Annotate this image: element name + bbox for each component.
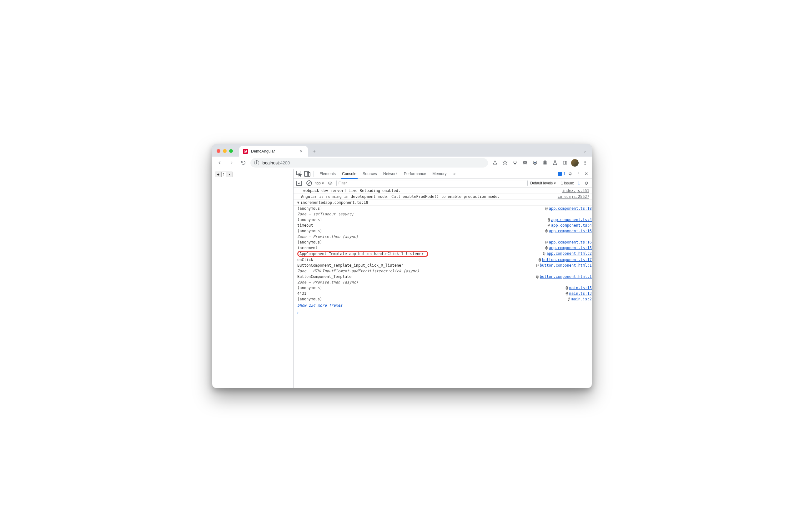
devtools-tab-sources[interactable]: Sources	[360, 169, 380, 178]
browser-tab[interactable]: DemoAngular ×	[239, 146, 308, 157]
log-source-link[interactable]: core.mjs:25627	[558, 194, 589, 199]
stack-frame-fn: ButtonComponent_Template	[297, 274, 354, 279]
trace-header[interactable]: ▼ incremented app.component.ts:18	[293, 200, 592, 206]
browser-window: DemoAngular × + ⌄ i localhost:4200	[212, 144, 592, 388]
browser-menu-icon[interactable]	[580, 158, 589, 168]
extension-skull-icon[interactable]	[511, 158, 519, 168]
stack-frame: timeout@ app.component.ts:4	[297, 223, 592, 228]
stack-frame: (anonymous)@ app.component.ts:18	[297, 206, 592, 211]
profile-avatar[interactable]	[571, 158, 579, 168]
devtools-menu-icon[interactable]	[574, 170, 582, 177]
stack-frame-location[interactable]: main.js:2	[571, 297, 592, 301]
stack-frame-location[interactable]: button.component.html:1	[540, 263, 592, 268]
console-filter-input[interactable]	[336, 180, 528, 186]
stack-frame-location[interactable]: app.component.ts:18	[549, 206, 592, 211]
stack-frame-location[interactable]: main.ts:15	[569, 286, 592, 290]
stack-frame: increment@ app.component.ts:15	[297, 245, 592, 251]
messages-badge[interactable]: 1	[558, 172, 566, 176]
stack-frame-location[interactable]: button.component.ts:17	[542, 258, 592, 262]
stack-frame: Zone — setTimeout (async)	[297, 211, 592, 217]
stack-frame-location[interactable]: app.component.html:2	[547, 251, 592, 256]
svg-point-15	[578, 175, 578, 175]
devtools-tab-memory[interactable]: Memory	[429, 169, 449, 178]
at-symbol: @	[545, 246, 549, 250]
increment-button[interactable]: +	[215, 172, 221, 177]
inspect-element-icon[interactable]	[295, 170, 303, 177]
console-prompt[interactable]: ›	[293, 309, 592, 316]
context-selector[interactable]: top ▾	[315, 181, 324, 185]
at-symbol: @	[568, 297, 571, 301]
stack-frame-location[interactable]: app.component.ts:4	[551, 217, 592, 222]
devtools-tabbar: ElementsConsoleSourcesNetworkPerformance…	[293, 169, 592, 178]
extension-eye-icon[interactable]	[531, 158, 539, 168]
devtools-close-icon[interactable]	[582, 170, 590, 177]
stack-frame: onClick@ button.component.ts:17	[297, 257, 592, 263]
stack-frame-fn: Zone — setTimeout (async)	[297, 212, 356, 216]
disclosure-triangle-icon[interactable]: ▼	[296, 201, 301, 205]
devtools-tab-performance[interactable]: Performance	[401, 169, 429, 178]
clear-console-icon[interactable]	[305, 179, 313, 187]
at-symbol: @	[543, 251, 547, 256]
close-window-icon[interactable]	[217, 149, 221, 153]
stack-frame: (anonymous)@ main.js:2	[297, 296, 592, 302]
extensions-icon[interactable]	[540, 158, 549, 168]
tab-overflow-icon[interactable]: ⌄	[583, 149, 589, 157]
at-symbol: @	[566, 291, 569, 296]
at-symbol: @	[536, 274, 540, 279]
site-info-icon[interactable]: i	[254, 160, 259, 165]
device-toggle-icon[interactable]	[304, 170, 311, 177]
content-area: + 1 - ElementsConsoleSourcesNetworkPerfo…	[212, 169, 592, 388]
at-symbol: @	[548, 217, 551, 222]
stack-frame-location[interactable]: app.component.ts:16	[549, 229, 592, 233]
decrement-button[interactable]: -	[226, 172, 233, 177]
tab-title: DemoAngular	[251, 149, 295, 153]
url-text: localhost:4200	[262, 160, 290, 165]
stack-frame-location[interactable]: app.component.ts:15	[549, 246, 592, 250]
devtools-tabs: ElementsConsoleSourcesNetworkPerformance…	[317, 169, 449, 178]
stack-frame-location[interactable]: app.component.ts:16	[549, 240, 592, 244]
devtools-more-tabs[interactable]: »	[450, 169, 459, 178]
share-icon[interactable]	[491, 158, 499, 168]
stack-frame-location[interactable]: main.ts:13	[569, 291, 592, 296]
at-symbol: @	[545, 240, 549, 244]
live-expression-icon[interactable]	[326, 179, 334, 187]
devtools-settings-icon[interactable]	[566, 170, 574, 177]
stack-frame: (anonymous)@ app.component.ts:16	[297, 228, 592, 234]
stack-frame-location[interactable]: button.component.html:1	[540, 274, 592, 279]
devtools-tab-console[interactable]: Console	[339, 169, 360, 178]
stack-frame-fn: (anonymous)	[297, 297, 324, 301]
highlighted-frame: AppComponent_Template_app_button_handleC…	[297, 251, 428, 257]
incognito-icon[interactable]	[520, 158, 529, 168]
devtools-tab-network[interactable]: Network	[380, 169, 401, 178]
new-tab-button[interactable]: +	[310, 147, 319, 156]
svg-point-9	[585, 164, 585, 165]
forward-button[interactable]	[227, 158, 236, 168]
trace-source-link[interactable]: app.component.ts:18	[325, 201, 368, 205]
at-symbol: @	[545, 229, 549, 233]
close-tab-icon[interactable]: ×	[299, 149, 304, 154]
minimize-window-icon[interactable]	[223, 149, 227, 153]
at-symbol: @	[539, 258, 542, 262]
zoom-window-icon[interactable]	[229, 149, 233, 153]
bookmark-icon[interactable]	[500, 158, 509, 168]
issues-button[interactable]: 1 Issue: 1	[561, 181, 580, 185]
log-levels-selector[interactable]: Default levels ▾	[530, 181, 556, 185]
show-more-frames[interactable]: Show 234 more frames	[297, 302, 592, 309]
stack-frame-location[interactable]: app.component.ts:4	[551, 223, 592, 228]
stack-frame: Zone — Promise.then (async)	[297, 234, 592, 240]
console-log: [webpack-dev-server] Live Reloading enab…	[293, 188, 592, 388]
stack-trace: (anonymous)@ app.component.ts:18Zone — s…	[293, 206, 592, 309]
stack-frame-fn: Zone — Promise.then (async)	[297, 280, 361, 284]
reload-button[interactable]	[238, 158, 248, 168]
devtools-tab-elements[interactable]: Elements	[317, 169, 339, 178]
address-bar[interactable]: i localhost:4200	[250, 158, 488, 168]
chevron-down-icon: ▾	[554, 181, 556, 185]
stack-frame-fn: (anonymous)	[297, 286, 324, 290]
console-settings-icon[interactable]	[582, 179, 590, 187]
labs-icon[interactable]	[551, 158, 559, 168]
log-source-link[interactable]: index.js:551	[562, 189, 589, 193]
stack-frame-fn: increment	[297, 246, 320, 250]
panel-icon[interactable]	[560, 158, 569, 168]
console-sidebar-toggle-icon[interactable]	[295, 179, 303, 187]
back-button[interactable]	[215, 158, 224, 168]
